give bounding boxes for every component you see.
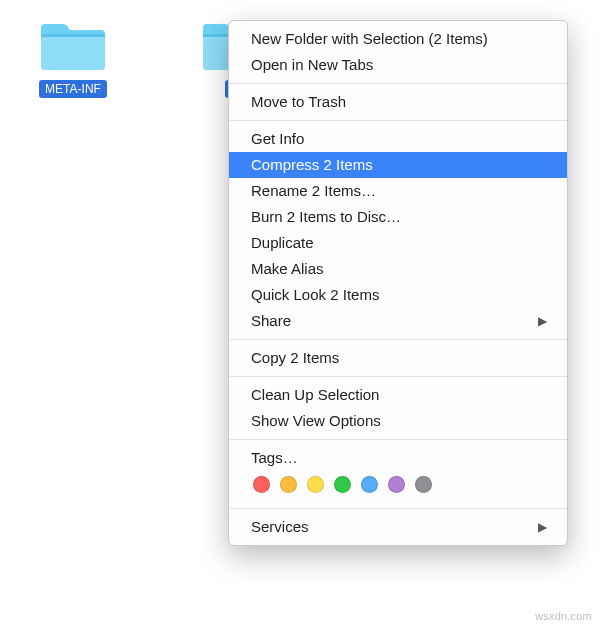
menu-label: Compress 2 Items [251, 155, 373, 175]
tag-color-row [251, 476, 547, 493]
context-menu: New Folder with Selection (2 Items) Open… [228, 20, 568, 546]
menu-clean-up-selection[interactable]: Clean Up Selection [229, 382, 567, 408]
menu-label: Clean Up Selection [251, 385, 379, 405]
menu-separator [229, 508, 567, 509]
menu-burn[interactable]: Burn 2 Items to Disc… [229, 204, 567, 230]
menu-get-info[interactable]: Get Info [229, 126, 567, 152]
menu-separator [229, 376, 567, 377]
menu-label: Duplicate [251, 233, 314, 253]
tag-red[interactable] [253, 476, 270, 493]
menu-make-alias[interactable]: Make Alias [229, 256, 567, 282]
menu-compress[interactable]: Compress 2 Items [229, 152, 567, 178]
menu-show-view-options[interactable]: Show View Options [229, 408, 567, 434]
menu-share[interactable]: Share ▶ [229, 308, 567, 334]
menu-label: Move to Trash [251, 92, 346, 112]
menu-label: Make Alias [251, 259, 324, 279]
watermark-text: wsxdn.com [535, 610, 592, 622]
menu-duplicate[interactable]: Duplicate [229, 230, 567, 256]
tag-gray[interactable] [415, 476, 432, 493]
tag-green[interactable] [334, 476, 351, 493]
tag-blue[interactable] [361, 476, 378, 493]
menu-label: Services [251, 517, 309, 537]
folder-label: META-INF [39, 80, 107, 98]
menu-quick-look[interactable]: Quick Look 2 Items [229, 282, 567, 308]
menu-separator [229, 439, 567, 440]
menu-label: Share [251, 311, 291, 331]
finder-window-area[interactable]: META-INF sy New Folder with Selection (2… [0, 0, 600, 628]
menu-new-folder-with-selection[interactable]: New Folder with Selection (2 Items) [229, 26, 567, 52]
menu-label: Show View Options [251, 411, 381, 431]
menu-label: Rename 2 Items… [251, 181, 376, 201]
menu-copy[interactable]: Copy 2 Items [229, 345, 567, 371]
menu-rename[interactable]: Rename 2 Items… [229, 178, 567, 204]
tag-purple[interactable] [388, 476, 405, 493]
chevron-right-icon: ▶ [538, 517, 547, 537]
menu-label: Burn 2 Items to Disc… [251, 207, 401, 227]
folder-item-meta-inf[interactable]: META-INF [28, 18, 118, 98]
menu-open-in-new-tabs[interactable]: Open in New Tabs [229, 52, 567, 78]
tag-yellow[interactable] [307, 476, 324, 493]
menu-separator [229, 339, 567, 340]
chevron-right-icon: ▶ [538, 311, 547, 331]
folder-icon [37, 18, 109, 74]
svg-rect-0 [41, 34, 105, 37]
tag-orange[interactable] [280, 476, 297, 493]
menu-services[interactable]: Services ▶ [229, 514, 567, 540]
menu-label: Open in New Tabs [251, 55, 373, 75]
menu-separator [229, 83, 567, 84]
menu-label: Quick Look 2 Items [251, 285, 379, 305]
menu-tags-label: Tags… [251, 448, 547, 468]
menu-label: New Folder with Selection (2 Items) [251, 29, 488, 49]
menu-label: Copy 2 Items [251, 348, 339, 368]
menu-tags-section: Tags… [229, 445, 567, 503]
menu-separator [229, 120, 567, 121]
menu-label: Get Info [251, 129, 304, 149]
menu-move-to-trash[interactable]: Move to Trash [229, 89, 567, 115]
